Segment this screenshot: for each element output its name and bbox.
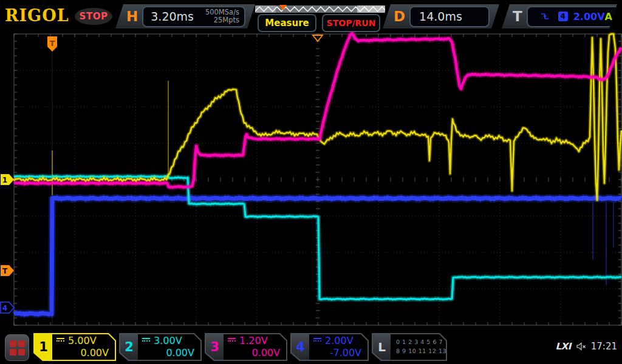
channel-3-offset: 0.00V bbox=[228, 347, 280, 359]
trigger-level-value: 2.00V bbox=[573, 11, 605, 22]
dc-coupling-icon bbox=[56, 338, 64, 344]
channel-3-box[interactable]: 1.20V 0.00V 3 bbox=[205, 333, 287, 361]
acquisition-status-badge: STOP bbox=[75, 8, 112, 25]
channel-1-position-marker-label: 1 bbox=[2, 176, 7, 184]
dc-coupling-icon bbox=[228, 338, 236, 344]
delay-value: 14.0ms bbox=[411, 10, 462, 23]
memory-depth-value: 25Mpts bbox=[205, 16, 239, 24]
stop-run-button[interactable]: STOP/RUN bbox=[322, 14, 380, 32]
trigger-source-badge: 4 bbox=[558, 12, 568, 21]
logic-channels-box[interactable]: 0 1 2 3 4 5 6 7 8 9 10 11 12 13 14 15 L bbox=[372, 333, 447, 361]
memory-window[interactable] bbox=[357, 5, 385, 13]
main-menu-button[interactable] bbox=[5, 334, 29, 361]
oscilloscope-screen: RIGOL STOP H 3.20ms 500MSa/s 25Mpts Meas… bbox=[0, 0, 622, 364]
clock: 17:21 bbox=[591, 341, 617, 352]
grid-menu-icon bbox=[10, 340, 16, 347]
channel-1-scale: 5.00V bbox=[68, 335, 97, 347]
dc-coupling-icon bbox=[313, 338, 321, 344]
speaker-muted-icon[interactable] bbox=[576, 342, 586, 351]
trigger-label: T bbox=[513, 8, 522, 24]
logic-row-1: 0 1 2 3 4 5 6 7 bbox=[396, 338, 440, 347]
channel-2-offset: 0.00V bbox=[142, 347, 194, 359]
measure-button[interactable]: Measure bbox=[258, 14, 316, 32]
channel-3-scale: 1.20V bbox=[239, 335, 268, 347]
channel-4-number: 4 bbox=[292, 334, 309, 360]
falling-edge-icon bbox=[540, 12, 550, 21]
delay-label: D bbox=[394, 8, 405, 24]
channel-3-trace-glow bbox=[14, 33, 621, 187]
channel-3-number: 3 bbox=[206, 334, 224, 360]
trigger-position-label: T bbox=[50, 39, 55, 48]
delay-box[interactable]: 14.0ms bbox=[409, 6, 490, 27]
memory-position-bar[interactable] bbox=[255, 5, 385, 13]
channel-4-scale: 2.00V bbox=[325, 335, 354, 347]
channel-1-offset: 0.00V bbox=[56, 347, 109, 359]
waveform-display: 1T4T bbox=[0, 32, 622, 331]
channel-1-box[interactable]: 5.00V 0.00V 1 bbox=[33, 333, 116, 361]
status-cluster: LXI 17:21 bbox=[556, 341, 617, 352]
logic-row-2: 8 9 10 11 12 13 14 15 bbox=[396, 347, 440, 356]
channel-2-scale: 3.00V bbox=[154, 335, 182, 347]
timebase-box[interactable]: 3.20ms 500MSa/s 25Mpts bbox=[142, 6, 245, 27]
horizontal-label: H bbox=[126, 8, 138, 24]
channel-2-box[interactable]: 3.00V 0.00V 2 bbox=[119, 333, 202, 361]
channel-4-box[interactable]: 2.00V -7.00V 4 bbox=[290, 333, 369, 361]
trigger-panel[interactable]: T 4 2.00V A bbox=[502, 4, 617, 29]
channel-1-number: 1 bbox=[35, 334, 52, 360]
trigger-box[interactable]: 4 2.00V A bbox=[527, 6, 620, 27]
delay-panel[interactable]: D 14.0ms bbox=[383, 4, 499, 29]
channel-4-offset: -7.00V bbox=[313, 347, 361, 359]
channel-2-number: 2 bbox=[120, 334, 138, 360]
trigger-level-marker-label: T bbox=[2, 267, 8, 275]
channel-3-trace bbox=[14, 33, 621, 187]
timebase-value: 3.20ms bbox=[143, 10, 194, 23]
sample-rate: 500MSa/s 25Mpts bbox=[205, 8, 244, 24]
rigol-logo: RIGOL bbox=[5, 6, 69, 25]
dc-coupling-icon bbox=[142, 338, 150, 344]
logic-label: L bbox=[373, 334, 391, 360]
channel-4-position-marker-label: 4 bbox=[2, 304, 7, 312]
lxi-logo: LXI bbox=[556, 341, 571, 352]
trigger-sweep-mode: A bbox=[605, 11, 619, 22]
horizontal-panel[interactable]: H 3.20ms 500MSa/s 25Mpts bbox=[115, 4, 255, 29]
